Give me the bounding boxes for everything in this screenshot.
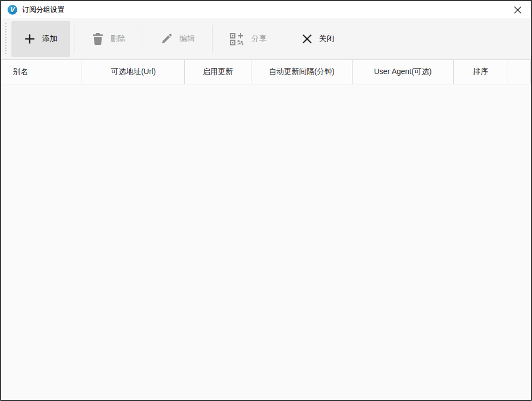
delete-button-label: 删除 — [110, 34, 125, 44]
edit-button-label: 编辑 — [179, 34, 195, 44]
toolbar-divider — [212, 25, 212, 53]
plus-icon — [24, 34, 35, 44]
subscription-group-settings-window: V 订阅分组设置 添加 — [0, 0, 532, 401]
trash-icon — [92, 33, 103, 45]
grid-body-empty — [1, 84, 531, 400]
column-header-enable-update[interactable]: 启用更新 — [185, 60, 251, 84]
column-header-sort[interactable]: 排序 — [454, 60, 508, 84]
share-button-label: 分享 — [251, 34, 267, 44]
window-close-button[interactable] — [508, 2, 527, 18]
share-button[interactable]: 分享 — [217, 21, 280, 57]
column-header-url[interactable]: 可选地址(Url) — [82, 60, 185, 84]
add-button[interactable]: 添加 — [11, 21, 70, 57]
delete-button[interactable]: 删除 — [79, 21, 138, 57]
qr-share-icon — [230, 33, 244, 45]
add-button-label: 添加 — [42, 34, 57, 44]
window-close-icon — [514, 6, 522, 14]
close-button-label: 关闭 — [319, 34, 334, 44]
grid-header-row: 别名 可选地址(Url) 启用更新 自动更新间隔(分钟) User Agent(… — [1, 59, 531, 84]
edit-button[interactable]: 编辑 — [148, 21, 208, 57]
close-button[interactable]: 关闭 — [289, 21, 347, 57]
pencil-icon — [161, 33, 172, 45]
column-header-filler — [508, 60, 531, 84]
close-icon — [302, 34, 312, 44]
window-title: 订阅分组设置 — [22, 5, 64, 15]
toolbar-divider — [143, 25, 143, 53]
toolbar: 添加 删除 — [1, 18, 531, 59]
column-header-alias[interactable]: 别名 — [1, 60, 82, 84]
toolbar-grip-handle[interactable] — [5, 23, 6, 55]
column-header-user-agent[interactable]: User Agent(可选) — [353, 60, 454, 84]
app-logo-icon: V — [8, 5, 17, 15]
toolbar-divider — [75, 25, 75, 53]
titlebar: V 订阅分组设置 — [1, 1, 531, 18]
column-header-update-interval[interactable]: 自动更新间隔(分钟) — [251, 60, 353, 84]
